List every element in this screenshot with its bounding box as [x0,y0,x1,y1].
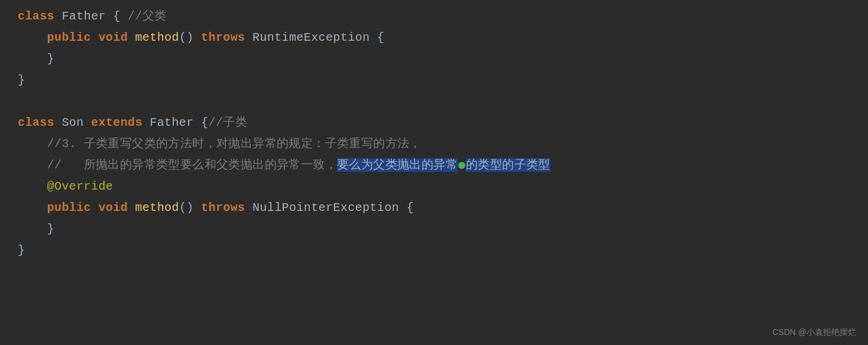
fold-icon-1[interactable] [5,12,13,21]
gutter-1 [0,12,18,21]
keyword: class [18,9,61,23]
line-content-6: class Son extends Father {//子类 [18,112,862,134]
comment-3: //3. 子类重写父类的方法时，对抛出异常的规定：子类重写的方法， [47,137,422,151]
code-line-12: } [0,240,868,261]
brace: { [201,116,208,129]
method-name: method [135,31,179,44]
fold-icon-7[interactable] [5,140,13,148]
brace: { [113,9,128,23]
brace-close-class: } [18,73,25,87]
code-line-10: public void method() throws NullPointerE… [0,197,868,219]
code-line-8: // 所抛出的异常类型要么和父类抛出的异常一致，要么为父类抛出的异常的类型的子类… [0,155,868,176]
code-line-2: public void method() throws RuntimeExcep… [0,27,868,48]
parens-2: () [179,201,201,214]
brace-open: { [377,31,384,44]
fold-icon-8[interactable] [5,161,13,170]
line-content-11: } [18,219,862,240]
keyword-void: void [98,31,135,44]
keyword-public: public [47,31,99,44]
code-line-3: } [0,48,868,70]
code-line-4: } [0,70,868,91]
fold-icon-6[interactable] [5,119,13,127]
line-content-2: public void method() throws RuntimeExcep… [18,27,862,48]
text-cursor [458,162,465,169]
empty-line [0,91,868,112]
parens: () [179,31,201,44]
exception-name: RuntimeException [252,31,377,44]
comment: //父类 [128,9,167,23]
keyword-throws-2: throws [201,201,252,214]
line-content-10: public void method() throws NullPointerE… [18,197,862,219]
line-content-12: } [18,240,862,261]
code-line-1: class Father { //父类 [0,6,868,27]
fold-icon-2[interactable] [5,34,13,42]
brace-open-2: { [406,201,413,214]
gutter-7 [0,140,18,148]
gutter-8 [0,161,18,170]
comment-continuation: // 所抛出的异常类型要么和父类抛出的异常一致， [47,158,337,172]
code-line-11: } [0,219,868,240]
class-name: Father [61,9,113,23]
keyword-extends: extends [91,116,150,129]
brace-close-2: } [47,222,54,236]
selected-text-2: 的类型的子类型 [466,158,550,172]
line-content-9: @Override [18,176,862,197]
gutter-10 [0,204,18,212]
code-editor: class Father { //父类 public void method()… [0,0,868,345]
brace-close: } [47,52,54,66]
gutter-2 [0,34,18,42]
code-line-6: class Son extends Father {//子类 [0,112,868,134]
fold-icon-10[interactable] [5,204,13,212]
line-content-7: //3. 子类重写父类的方法时，对抛出异常的规定：子类重写的方法， [18,134,862,155]
null-pointer-exception: NullPointerException [252,201,406,214]
keyword-void-2: void [98,201,135,214]
watermark: CSDN @小袁拒绝摆烂 [772,327,856,338]
father-class-name: Father [150,116,201,129]
gutter-6 [0,119,18,127]
brace-close-son: } [18,243,25,257]
keyword-throws: throws [201,31,252,44]
annotation: @Override [47,180,114,193]
keyword-public-2: public [47,201,99,214]
line-content-4: } [18,70,862,91]
line-content-8: // 所抛出的异常类型要么和父类抛出的异常一致，要么为父类抛出的异常的类型的子类… [18,155,862,176]
son-class-name: Son [61,116,91,129]
line-content-1: class Father { //父类 [18,6,862,27]
line-content-3: } [18,48,862,70]
code-line-9: @Override [0,176,868,197]
keyword-class: class [18,116,61,129]
code-line-7: //3. 子类重写父类的方法时，对抛出异常的规定：子类重写的方法， [0,134,868,155]
method-name-2: method [135,201,179,214]
comment-subclass: //子类 [208,116,247,129]
selected-text-1: 要么为父类抛出的异常 [337,158,458,172]
